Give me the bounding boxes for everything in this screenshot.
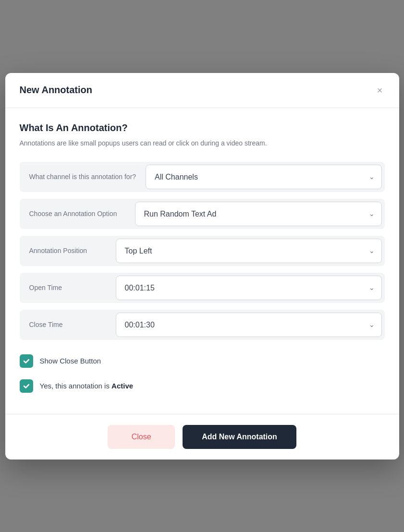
active-annotation-row: Yes, this annotation is Active [20,379,385,393]
modal-dialog: New Annotation × What Is An Annotation? … [5,73,399,459]
position-select[interactable]: Top Left Top Right Bottom Left Bottom Ri… [116,239,381,263]
open-time-label: Open Time [20,284,116,291]
open-time-row: Open Time 00:00:00 00:01:00 00:01:15 00:… [20,273,385,303]
section-title: What Is An Annotation? [20,122,385,133]
modal-header: New Annotation × [5,73,399,108]
annotation-option-row: Choose an Annotation Option Run Random T… [20,199,385,229]
modal-footer: Close Add New Annotation [5,414,399,459]
modal-overlay: New Annotation × What Is An Annotation? … [0,0,404,532]
position-select-wrapper: Top Left Top Right Bottom Left Bottom Ri… [116,239,382,263]
modal-body: What Is An Annotation? Annotations are l… [5,108,399,414]
annotation-option-select[interactable]: Run Random Text Ad Show Image Ad Custom … [135,202,381,226]
position-label: Annotation Position [20,247,116,254]
active-annotation-label: Yes, this annotation is Active [40,382,134,390]
add-annotation-button[interactable]: Add New Annotation [183,425,296,449]
close-time-select-wrapper: 00:00:30 00:01:30 00:02:00 00:03:00 ⌄ [116,313,382,337]
show-close-button-checkbox[interactable] [20,354,33,368]
active-annotation-checkbox[interactable] [20,379,33,393]
modal-close-x-button[interactable]: × [375,84,385,97]
annotation-option-select-wrapper: Run Random Text Ad Show Image Ad Custom … [135,202,382,226]
close-time-row: Close Time 00:00:30 00:01:30 00:02:00 00… [20,310,385,340]
show-close-button-label: Show Close Button [40,357,101,365]
close-time-label: Close Time [20,321,116,328]
modal-title: New Annotation [20,85,92,96]
checkmark-icon [23,357,30,365]
open-time-select-wrapper: 00:00:00 00:01:00 00:01:15 00:02:00 ⌄ [116,276,382,300]
section-description: Annotations are like small popups users … [20,138,385,148]
channel-select-wrapper: All Channels Channel 1 Channel 2 ⌄ [146,165,381,189]
channel-select[interactable]: All Channels Channel 1 Channel 2 [146,165,381,189]
show-close-button-row: Show Close Button [20,354,385,368]
annotation-option-label: Choose an Annotation Option [20,210,135,218]
channel-row: What channel is this annotation for? All… [20,162,385,192]
position-row: Annotation Position Top Left Top Right B… [20,236,385,266]
close-button[interactable]: Close [108,425,175,449]
channel-label: What channel is this annotation for? [20,173,146,181]
open-time-select[interactable]: 00:00:00 00:01:00 00:01:15 00:02:00 [116,276,381,300]
close-time-select[interactable]: 00:00:30 00:01:30 00:02:00 00:03:00 [116,313,381,337]
checkmark-active-icon [23,382,30,390]
checkboxes-section: Show Close Button Yes, this annotation i… [20,354,385,393]
